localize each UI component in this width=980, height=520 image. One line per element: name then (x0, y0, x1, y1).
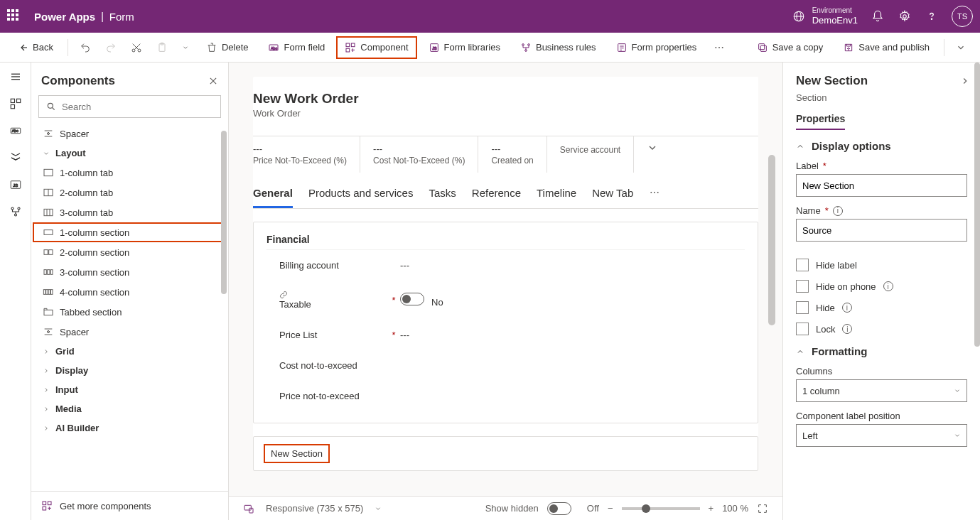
label-position-select[interactable]: Left (796, 424, 967, 447)
field-price-not-to-exceed[interactable]: Price not-to-exceed (266, 381, 745, 411)
header-chevron[interactable] (647, 136, 658, 173)
zoom-out[interactable]: − (608, 503, 613, 514)
tree-4-column-section[interactable]: 4-column section (33, 282, 227, 302)
tab-products-and-services[interactable]: Products and services (308, 187, 414, 208)
rail-rules[interactable] (9, 205, 23, 219)
tree-3-column-tab[interactable]: 3-column tab (33, 202, 227, 222)
columns-select[interactable]: 1 column (796, 379, 967, 402)
form-field-button[interactable]: Abc Form field (259, 36, 333, 59)
save-copy-button[interactable]: Save a copy (748, 36, 832, 59)
tab-new-tab[interactable]: New Tab (592, 187, 633, 208)
field-billing-account[interactable]: Billing account--- (266, 250, 745, 281)
fit-icon[interactable] (757, 503, 768, 514)
business-rules-button[interactable]: Business rules (512, 36, 605, 59)
properties-tab[interactable]: Properties (796, 113, 845, 130)
scrollbar[interactable] (768, 155, 775, 325)
chevron-down-icon (956, 43, 966, 53)
tree-input[interactable]: Input (33, 380, 227, 399)
tab-general[interactable]: General (253, 187, 293, 208)
field-cost-not-to-exceed[interactable]: Cost not-to-exceed (266, 350, 745, 381)
field-price-list[interactable]: Price List*--- (266, 320, 745, 350)
tree-tabbed-section[interactable]: Tabbed section (33, 302, 227, 322)
save-publish-chevron[interactable] (950, 37, 971, 58)
save-publish-button[interactable]: Save and publish (834, 36, 938, 59)
info-icon[interactable]: i (883, 281, 893, 291)
gear-icon[interactable] (898, 9, 912, 23)
hide-phone-checkbox[interactable]: Hide on phone i (796, 280, 967, 293)
tree-2-column-tab[interactable]: 2-column tab (33, 183, 227, 202)
redo-button[interactable] (99, 36, 122, 59)
component-button[interactable]: Component (336, 36, 416, 59)
show-hidden-toggle[interactable] (547, 502, 571, 515)
close-icon[interactable] (208, 76, 218, 86)
scrollbar[interactable] (974, 63, 980, 347)
header-field[interactable]: Service account (560, 136, 634, 173)
tree-1-column-tab[interactable]: 1-column tab (33, 163, 227, 183)
rail-tree[interactable] (9, 151, 23, 165)
tree-media[interactable]: Media (33, 399, 227, 418)
get-more-components[interactable]: Get more components (31, 491, 228, 520)
zoom-in[interactable]: + (709, 503, 714, 514)
field-taxable[interactable]: Taxable*No (266, 281, 745, 320)
svg-rect-68 (44, 310, 53, 315)
tab-reference[interactable]: Reference (472, 187, 521, 208)
hide-checkbox[interactable]: Hide i (796, 301, 967, 314)
sec1-icon (43, 227, 54, 238)
section-financial[interactable]: Financial Billing account---Taxable*NoPr… (253, 222, 758, 423)
bell-icon[interactable] (871, 9, 885, 23)
tree-2-column-section[interactable]: 2-column section (33, 242, 227, 262)
tab-tasks[interactable]: Tasks (429, 187, 456, 208)
panel-title: Components (41, 74, 115, 88)
tree-ai-builder[interactable]: AI Builder (33, 418, 227, 438)
info-icon[interactable]: i (842, 303, 852, 313)
responsive-label[interactable]: Responsive (735 x 575) (266, 503, 363, 514)
tree-spacer[interactable]: Spacer (33, 322, 227, 342)
paste-button[interactable] (151, 36, 173, 59)
section-new[interactable]: New Section (253, 436, 758, 471)
tree-layout[interactable]: Layout (33, 143, 227, 163)
form-libraries-button[interactable]: JS Form libraries (420, 36, 509, 59)
label-input[interactable] (796, 174, 967, 197)
cut-button[interactable] (125, 36, 148, 59)
search-input[interactable] (38, 95, 221, 118)
tree-grid[interactable]: Grid (33, 342, 227, 361)
rail-components[interactable] (9, 97, 23, 111)
rail-fields[interactable]: Abc (9, 124, 23, 138)
undo-button[interactable] (74, 36, 97, 59)
rail-js[interactable]: JS (9, 178, 23, 192)
header-field[interactable]: ---Created on (491, 136, 546, 173)
tab-timeline[interactable]: Timeline (537, 187, 576, 208)
tab-overflow[interactable] (649, 187, 660, 208)
header-field[interactable]: ---Cost Not-To-Exceed (%) (373, 136, 478, 173)
tree-3-column-section[interactable]: 3-column section (33, 262, 227, 282)
globe-icon (792, 10, 805, 23)
display-options-header[interactable]: Display options (796, 140, 967, 152)
chevron-up-icon (796, 142, 804, 151)
scrollbar[interactable] (221, 131, 227, 294)
header-field[interactable]: ---Price Not-To-Exceed (%) (253, 136, 360, 173)
paste-chevron[interactable] (176, 38, 195, 57)
back-button[interactable]: Back (9, 36, 62, 59)
tree-1-column-section[interactable]: 1-column section (33, 222, 227, 242)
formatting-header[interactable]: Formatting (796, 345, 967, 357)
tree-spacer[interactable]: Spacer (33, 124, 227, 143)
overflow-button[interactable] (708, 36, 731, 59)
hide-label-checkbox[interactable]: Hide label (796, 259, 967, 271)
info-icon[interactable]: i (842, 324, 852, 334)
zoom-slider[interactable] (622, 507, 700, 510)
delete-button[interactable]: Delete (198, 36, 257, 59)
info-icon[interactable]: i (833, 206, 843, 216)
form-properties-button[interactable]: Form properties (608, 36, 706, 59)
name-input[interactable] (796, 219, 967, 242)
field-icon: Abc (268, 42, 279, 53)
svg-rect-63 (50, 270, 53, 275)
avatar[interactable]: TS (952, 6, 973, 27)
waffle-icon[interactable] (7, 9, 21, 23)
lock-checkbox[interactable]: Lock i (796, 323, 967, 335)
tree-display[interactable]: Display (33, 361, 227, 380)
environment-picker[interactable]: Environment DemoEnv1 (792, 6, 858, 26)
chevron-down-icon[interactable] (375, 505, 382, 512)
chevron-right-icon[interactable] (960, 76, 970, 86)
rail-hamburger[interactable] (9, 70, 23, 84)
help-icon[interactable] (925, 9, 939, 23)
